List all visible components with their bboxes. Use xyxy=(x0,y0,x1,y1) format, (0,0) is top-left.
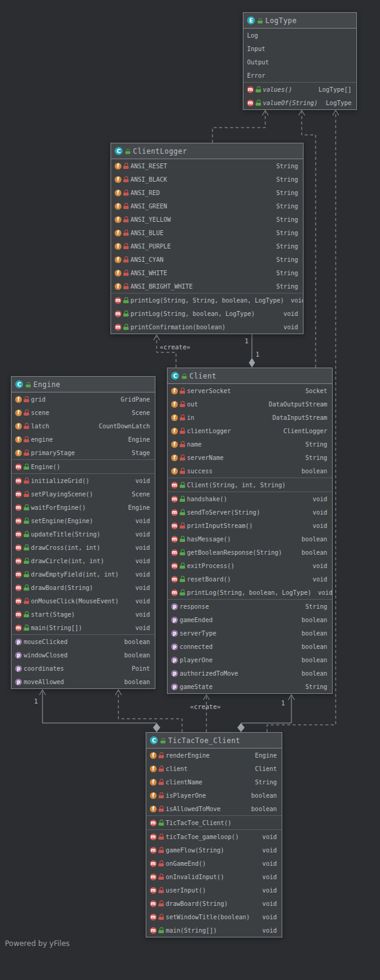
property-row[interactable]: pcoordinatesPoint xyxy=(12,662,155,675)
property-row[interactable]: pmouseClickedboolean xyxy=(12,635,155,648)
property-row[interactable]: pauthorizedToMoveboolean xyxy=(168,666,332,680)
property-row[interactable]: pgameStateString xyxy=(168,680,332,693)
field-row[interactable]: fANSI_BRIGHT_WHITEString xyxy=(111,279,303,293)
class-node-client[interactable]: C Client fserverSocketSocketfoutDataOutp… xyxy=(167,368,333,694)
field-row[interactable]: fANSI_PURPLEString xyxy=(111,239,303,253)
field-row[interactable]: fANSI_BLUEString xyxy=(111,226,303,239)
enum-constant-row[interactable]: Error xyxy=(243,69,356,82)
field-row[interactable]: fisAllowedToMoveboolean xyxy=(146,802,282,815)
field-row[interactable]: fANSI_RESETString xyxy=(111,159,303,173)
enum-constant-row[interactable]: Log xyxy=(243,29,356,42)
method-row[interactable]: mprintLog(String, boolean, LogType)void xyxy=(111,307,303,320)
field-row[interactable]: fsuccessboolean xyxy=(168,464,332,478)
field-row[interactable]: fclientLoggerClientLogger xyxy=(168,424,332,437)
property-row[interactable]: pgameEndedboolean xyxy=(168,613,332,626)
method-row[interactable]: mupdateTitle(String)void xyxy=(12,527,155,541)
enum-constant-row[interactable]: Output xyxy=(243,55,356,69)
method-row[interactable]: minitializeGrid()void xyxy=(12,474,155,487)
edge-tictactoe-has-client[interactable] xyxy=(237,694,294,732)
class-header[interactable]: C Client xyxy=(168,368,332,384)
enum-constant-row[interactable]: Input xyxy=(243,42,356,55)
method-row[interactable]: msetWindowTitle(boolean)void xyxy=(146,910,282,923)
private-lock-icon xyxy=(158,874,164,880)
method-row[interactable]: msetPlayingScene()Scene xyxy=(12,487,155,501)
private-lock-icon xyxy=(180,428,185,434)
field-row[interactable]: frenderEngineEngine xyxy=(146,749,282,762)
constructor-row[interactable]: mClient(String, int, String) xyxy=(168,478,332,492)
class-node-clientlogger[interactable]: C ClientLogger fANSI_RESETStringfANSI_BL… xyxy=(110,143,304,334)
method-row[interactable]: monMouseClick(MouseEvent)void xyxy=(12,594,155,608)
class-header[interactable]: C Engine xyxy=(12,377,155,392)
method-row[interactable]: mmain(String[])void xyxy=(12,621,155,634)
method-row[interactable]: mprintInputStream()void xyxy=(168,519,332,532)
method-row[interactable]: msendToServer(String)void xyxy=(168,505,332,519)
method-row[interactable]: mgetBooleanResponse(String)boolean xyxy=(168,546,332,559)
class-node-tictactoe-client[interactable]: C TicTacToe_Client frenderEngineEnginefc… xyxy=(146,732,282,937)
method-row[interactable]: mprintLog(String, boolean, LogType)void xyxy=(168,586,332,599)
property-row[interactable]: presponseString xyxy=(168,600,332,613)
method-row[interactable]: mexitProcess()void xyxy=(168,559,332,572)
private-lock-icon xyxy=(123,176,129,182)
field-row[interactable]: fengineEngine xyxy=(12,433,155,446)
field-row[interactable]: fANSI_REDString xyxy=(111,186,303,199)
class-node-logtype[interactable]: E LogType LogInputOutputErrormvalues()Lo… xyxy=(243,12,357,110)
method-row[interactable]: mwaitForEngine()Engine xyxy=(12,501,155,514)
class-header[interactable]: C TicTacToe_Client xyxy=(146,733,282,749)
constructor-row[interactable]: mEngine() xyxy=(12,460,155,473)
field-row[interactable]: fprimaryStageStage xyxy=(12,446,155,459)
property-row[interactable]: pconnectedboolean xyxy=(168,640,332,653)
edge-tictactoe-creates-client[interactable] xyxy=(203,694,209,732)
property-row[interactable]: pplayerOneboolean xyxy=(168,653,332,666)
field-row[interactable]: fANSI_CYANString xyxy=(111,253,303,266)
method-row[interactable]: mresetBoard()void xyxy=(168,572,332,586)
method-row[interactable]: monInvalidInput()void xyxy=(146,870,282,883)
method-row[interactable]: mstart(Stage)void xyxy=(12,608,155,621)
edge-clientlogger-uses-logtype[interactable] xyxy=(212,110,268,143)
method-row[interactable]: mprintLog(String, String, boolean, LogTy… xyxy=(111,293,303,307)
class-node-engine[interactable]: C Engine fgridGridPanefsceneSceneflatchC… xyxy=(11,376,155,689)
member-type: boolean xyxy=(297,536,327,543)
class-header[interactable]: E LogType xyxy=(243,13,356,29)
field-row[interactable]: fANSI_BLACKString xyxy=(111,173,303,186)
property-row[interactable]: pserverTypeboolean xyxy=(168,626,332,640)
method-row[interactable]: mmain(String[])void xyxy=(146,923,282,937)
constructor-row[interactable]: mTicTacToe_Client() xyxy=(146,816,282,829)
method-row[interactable]: mdrawBoard(String)void xyxy=(12,581,155,594)
field-row[interactable]: flatchCountDownLatch xyxy=(12,419,155,433)
method-row[interactable]: mdrawBoard(String)void xyxy=(146,897,282,910)
field-row[interactable]: fnameString xyxy=(168,437,332,451)
method-row[interactable]: monGameEnd()void xyxy=(146,857,282,870)
class-header[interactable]: C ClientLogger xyxy=(111,143,303,159)
field-row[interactable]: fANSI_WHITEString xyxy=(111,266,303,279)
edge-client-creates-clientlogger[interactable] xyxy=(154,335,176,368)
method-row[interactable]: mdrawCross(int, int)void xyxy=(12,541,155,554)
method-row[interactable]: muserInput()void xyxy=(146,883,282,897)
field-row[interactable]: fisPlayerOneboolean xyxy=(146,789,282,802)
method-row[interactable]: mdrawCircle(int, int)void xyxy=(12,554,155,567)
field-row[interactable]: fANSI_GREENString xyxy=(111,199,303,213)
method-row[interactable]: mvalues()LogType[] xyxy=(243,83,356,96)
property-row[interactable]: pwindowClosedboolean xyxy=(12,648,155,662)
edge-tictactoe-creates-engine[interactable] xyxy=(115,690,182,732)
field-row[interactable]: fclientNameString xyxy=(146,775,282,789)
method-row[interactable]: mhandshake()void xyxy=(168,492,332,505)
field-row[interactable]: finDataInputStream xyxy=(168,411,332,424)
edge-client-has-clientlogger[interactable] xyxy=(249,334,255,368)
method-row[interactable]: mhasMessage()boolean xyxy=(168,532,332,546)
diagram-canvas[interactable]: E LogType LogInputOutputErrormvalues()Lo… xyxy=(0,0,380,980)
field-row[interactable]: fserverSocketSocket xyxy=(168,384,332,397)
field-row[interactable]: fclientClient xyxy=(146,762,282,775)
edge-tictactoe-has-engine[interactable] xyxy=(39,690,160,732)
method-row[interactable]: mvalueOf(String)LogType xyxy=(243,96,356,109)
field-row[interactable]: fserverNameString xyxy=(168,451,332,464)
method-row[interactable]: mgameFlow(String)void xyxy=(146,843,282,857)
method-row[interactable]: mprintConfirmation(boolean)void xyxy=(111,320,303,334)
field-row[interactable]: fgridGridPane xyxy=(12,392,155,406)
method-row[interactable]: mticTacToe_gameloop()void xyxy=(146,830,282,843)
property-row[interactable]: pmoveAllowedboolean xyxy=(12,675,155,688)
method-row[interactable]: mdrawEmptyField(int, int)void xyxy=(12,567,155,581)
field-row[interactable]: fsceneScene xyxy=(12,406,155,419)
field-row[interactable]: fANSI_YELLOWString xyxy=(111,213,303,226)
method-row[interactable]: msetEngine(Engine)void xyxy=(12,514,155,527)
field-row[interactable]: foutDataOutputStream xyxy=(168,397,332,411)
